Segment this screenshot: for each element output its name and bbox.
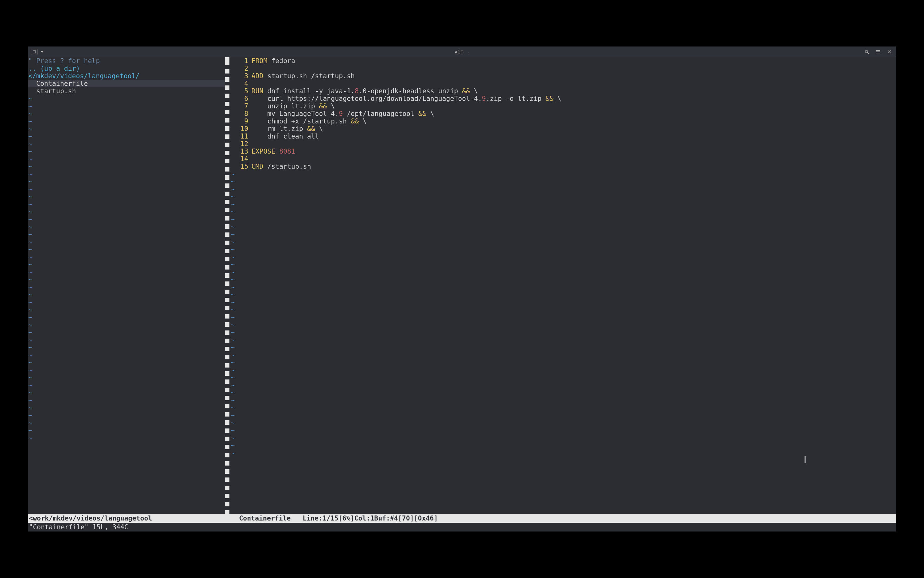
empty-line-tilde: ~ (229, 238, 235, 246)
empty-line-tilde: ~ (229, 185, 235, 193)
empty-line-tilde: ~ (229, 389, 235, 396)
code-line[interactable]: 7 unzip lt.zip && \ (229, 102, 896, 110)
empty-line-tilde: ~ (28, 389, 229, 396)
empty-line-tilde: ~ (229, 449, 235, 457)
search-icon[interactable] (864, 49, 869, 54)
line-number: 7 (229, 102, 251, 110)
code-line[interactable]: 1FROM fedora (229, 57, 896, 65)
empty-line-tilde: ~ (229, 396, 235, 404)
line-number: 1 (229, 57, 251, 65)
empty-line-tilde: ~ (28, 140, 229, 148)
empty-line-tilde: ~ (28, 366, 229, 374)
close-icon[interactable] (887, 49, 892, 54)
statusline-main: Containerfile Line:1/15[6%]Col:1Buf:#4[7… (234, 514, 896, 523)
line-number: 12 (229, 140, 251, 148)
cwd-path: </mkdev/videos/languagetool/ (28, 72, 229, 80)
code-line[interactable]: 12 (229, 140, 896, 148)
menu-icon[interactable] (875, 49, 881, 54)
empty-line-tilde: ~ (229, 246, 235, 253)
vim-workspace: " Press ? for help.. (up a dir)</mkdev/v… (28, 57, 896, 514)
file-item[interactable]: Containerfile (28, 80, 229, 87)
empty-line-tilde: ~ (28, 268, 229, 276)
code-line[interactable]: 13EXPOSE 8081 (229, 148, 896, 155)
code-line[interactable]: 9 chmod +x /startup.sh && \ (229, 117, 896, 125)
empty-line-tilde: ~ (28, 374, 229, 382)
vertical-split-divider[interactable] (225, 57, 229, 514)
code-line[interactable]: 11 dnf clean all (229, 133, 896, 140)
empty-line-tilde: ~ (28, 155, 229, 163)
empty-line-tilde: ~ (28, 321, 229, 329)
empty-line-tilde: ~ (229, 231, 235, 238)
empty-line-tilde: ~ (229, 208, 235, 216)
empty-line-tilde: ~ (229, 321, 235, 329)
empty-line-tilde: ~ (229, 366, 235, 374)
code-line[interactable]: 8 mv LanguageTool-4.9 /opt/languagetool … (229, 110, 896, 117)
empty-line-tilde: ~ (28, 283, 229, 291)
empty-line-tilde: ~ (229, 344, 235, 351)
line-number: 13 (229, 148, 251, 155)
empty-line-tilde: ~ (28, 336, 229, 344)
empty-line-tilde: ~ (28, 404, 229, 411)
empty-line-tilde: ~ (229, 261, 235, 268)
window-title: vim . (454, 49, 470, 55)
svg-rect-4 (876, 52, 880, 52)
vertical-split-divider-cap (225, 57, 229, 64)
empty-line-tilde: ~ (229, 170, 235, 178)
status-area: <work/mkdev/videos/languagetool Containe… (28, 514, 896, 531)
editor-pane[interactable]: 1FROM fedora23ADD startup.sh /startup.sh… (229, 57, 896, 514)
empty-line-tilde: ~ (28, 434, 229, 442)
empty-line-tilde: ~ (28, 291, 229, 299)
empty-line-tilde: ~ (28, 110, 229, 117)
empty-line-tilde: ~ (229, 404, 235, 411)
empty-line-tilde: ~ (28, 411, 229, 419)
command-line[interactable]: "Containerfile" 15L, 344C (28, 523, 896, 531)
code-line[interactable]: 5RUN dnf install -y java-1.8.0-openjdk-h… (229, 87, 896, 95)
code-line[interactable]: 10 rm lt.zip && \ (229, 125, 896, 133)
empty-line-tilde: ~ (229, 336, 235, 344)
empty-line-tilde: ~ (28, 299, 229, 306)
svg-rect-3 (876, 50, 880, 51)
empty-line-tilde: ~ (28, 102, 229, 110)
code-line[interactable]: 4 (229, 80, 896, 87)
file-explorer-pane[interactable]: " Press ? for help.. (up a dir)</mkdev/v… (28, 57, 229, 514)
empty-line-tilde: ~ (28, 170, 229, 178)
empty-line-tilde: ~ (28, 382, 229, 389)
empty-line-tilde: ~ (28, 396, 229, 404)
empty-line-tilde: ~ (28, 125, 229, 133)
empty-line-tilde: ~ (28, 148, 229, 155)
empty-line-tilde: ~ (28, 223, 229, 231)
line-number: 5 (229, 87, 251, 95)
empty-line-tilde: ~ (28, 216, 229, 223)
code-line[interactable]: 6 curl https://languagetool.org/download… (229, 95, 896, 102)
text-cursor (805, 456, 805, 463)
line-number: 6 (229, 95, 251, 102)
empty-line-tilde: ~ (28, 329, 229, 336)
empty-line-tilde: ~ (28, 261, 229, 268)
up-dir[interactable]: .. (up a dir) (28, 65, 229, 72)
empty-line-tilde: ~ (229, 216, 235, 223)
empty-line-tilde: ~ (229, 276, 235, 283)
dropdown-icon[interactable] (40, 49, 45, 54)
code-line[interactable]: 2 (229, 65, 896, 72)
empty-line-tilde: ~ (28, 359, 229, 366)
empty-line-tilde: ~ (229, 223, 235, 231)
empty-line-tilde: ~ (229, 200, 235, 208)
empty-line-tilde: ~ (229, 442, 235, 449)
line-number: 2 (229, 65, 251, 72)
empty-line-tilde: ~ (28, 276, 229, 283)
terminal-window: vim . " Press ? for help.. (up a dir)</m… (28, 47, 896, 531)
code-line[interactable]: 3ADD startup.sh /startup.sh (229, 72, 896, 80)
code-line[interactable]: 15CMD /startup.sh (229, 163, 896, 170)
line-number: 10 (229, 125, 251, 133)
code-line[interactable]: 14 (229, 155, 896, 163)
svg-line-2 (867, 52, 869, 54)
empty-line-tilde: ~ (229, 178, 235, 185)
empty-line-tilde: ~ (229, 374, 235, 382)
file-item[interactable]: startup.sh (28, 87, 229, 95)
empty-line-tilde: ~ (229, 313, 235, 321)
new-tab-button[interactable] (31, 49, 38, 55)
line-number: 11 (229, 133, 251, 140)
empty-line-tilde: ~ (28, 253, 229, 261)
statusline-left-path: <work/mkdev/videos/languagetool (28, 514, 234, 523)
empty-line-tilde: ~ (28, 163, 229, 170)
